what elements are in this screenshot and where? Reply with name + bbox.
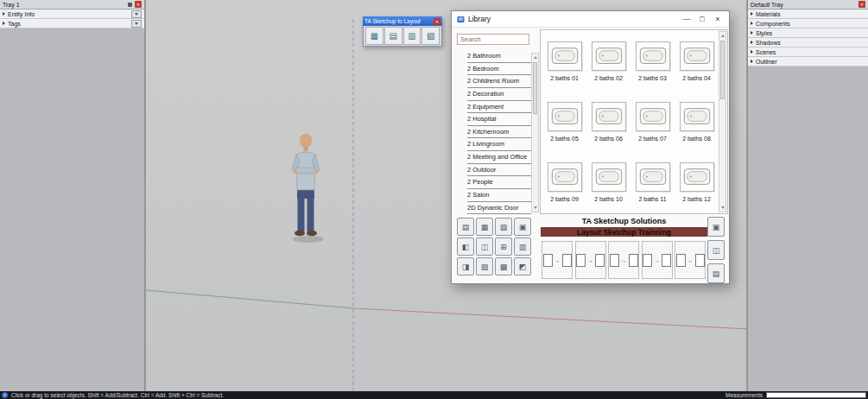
category-item[interactable]: 2 Kitchenroom: [467, 126, 531, 139]
category-item[interactable]: 2 Hospital: [467, 113, 531, 126]
product-item[interactable]: 2 baths 05: [542, 96, 586, 156]
send-to-layout-button[interactable]: →: [608, 241, 639, 279]
bathtub-thumbnail[interactable]: [680, 102, 714, 131]
toolbar-titlebar[interactable]: TA Sketchup to Layout ×: [363, 16, 442, 26]
measurements-input[interactable]: [766, 392, 866, 398]
scroll-down-icon[interactable]: [532, 204, 538, 212]
product-item[interactable]: 2 baths 07: [630, 96, 675, 156]
category-item[interactable]: 2 Salon: [467, 189, 531, 202]
bathtub-thumbnail[interactable]: [592, 102, 626, 131]
library-shortcut-button[interactable]: ▧: [495, 218, 512, 236]
tray-panel-row[interactable]: Components: [748, 19, 868, 28]
product-item[interactable]: 2 baths 10: [586, 156, 630, 217]
library-tool-button[interactable]: ▤: [707, 263, 725, 283]
minimize-button[interactable]: —: [681, 15, 693, 23]
tray-panel-row[interactable]: Outliner: [748, 57, 868, 66]
library-shortcut-button[interactable]: ▥: [514, 238, 531, 256]
expand-arrow-icon[interactable]: [3, 22, 5, 25]
bathtub-thumbnail[interactable]: [680, 162, 714, 192]
bathtub-thumbnail[interactable]: [636, 162, 670, 192]
expand-arrow-icon[interactable]: [751, 41, 753, 44]
send-to-layout-button[interactable]: →: [542, 241, 573, 279]
close-icon[interactable]: ×: [858, 1, 865, 8]
send-to-layout-button[interactable]: →: [675, 241, 706, 279]
library-shortcut-button[interactable]: ◩: [514, 257, 531, 276]
scroll-down-icon[interactable]: [719, 204, 725, 212]
library-shortcut-button[interactable]: ▨: [476, 257, 493, 276]
category-scrollbar[interactable]: [531, 53, 539, 212]
category-item[interactable]: 2 Meeting and Office: [467, 151, 531, 164]
send-to-layout-button[interactable]: →: [642, 241, 673, 279]
bathtub-thumbnail[interactable]: [680, 41, 714, 71]
layout-export-tool-button[interactable]: ▥: [403, 27, 421, 45]
bathtub-thumbnail[interactable]: [592, 162, 626, 192]
scroll-up-icon[interactable]: [532, 54, 538, 61]
library-tool-button[interactable]: ▣: [707, 217, 725, 237]
bathtub-thumbnail[interactable]: [548, 41, 582, 71]
product-item[interactable]: 2 baths 11: [630, 156, 675, 217]
default-tray-header[interactable]: Default Tray ×: [748, 0, 868, 10]
send-to-layout-button[interactable]: →: [575, 241, 606, 279]
category-item[interactable]: 2 Equipment: [467, 101, 531, 114]
library-tool-button[interactable]: ◫: [707, 240, 725, 260]
layout-export-tool-button[interactable]: ▦: [365, 27, 383, 45]
grid-scrollbar[interactable]: [719, 31, 726, 212]
close-icon[interactable]: ×: [434, 18, 440, 25]
help-icon[interactable]: ?: [2, 392, 8, 398]
product-item[interactable]: 2 baths 06: [586, 96, 630, 156]
search-input[interactable]: [457, 34, 529, 45]
product-item[interactable]: 2 baths 04: [675, 35, 719, 96]
category-item[interactable]: 2 Childrens Room: [467, 75, 531, 88]
layout-export-tool-button[interactable]: ▤: [384, 27, 402, 45]
category-item[interactable]: 2 Decoration: [467, 88, 531, 101]
expand-arrow-icon[interactable]: [3, 12, 5, 16]
bathtub-thumbnail[interactable]: [548, 162, 582, 192]
category-item[interactable]: 2 Livingroom: [467, 138, 531, 151]
library-shortcut-button[interactable]: ◨: [457, 257, 474, 276]
category-item[interactable]: 2D Dynamic Door: [467, 202, 531, 215]
expand-arrow-icon[interactable]: [751, 60, 753, 63]
expand-arrow-icon[interactable]: [751, 22, 753, 25]
layout-export-tool-button[interactable]: ▧: [421, 27, 440, 45]
category-item[interactable]: 2 Outdoor: [467, 164, 531, 177]
scrollbar-thumb[interactable]: [533, 62, 537, 114]
expand-arrow-icon[interactable]: [751, 12, 753, 16]
close-button[interactable]: ×: [712, 15, 724, 23]
scrollbar-thumb[interactable]: [720, 41, 725, 99]
tray-panel-row[interactable]: Tags: [0, 19, 144, 28]
product-item[interactable]: 2 baths 09: [542, 156, 586, 217]
tray-panel-row[interactable]: Materials: [748, 10, 868, 19]
tray-panel-row[interactable]: Styles: [748, 28, 868, 38]
pin-icon[interactable]: [128, 3, 132, 7]
tray-panel-row[interactable]: Entity Info: [0, 10, 144, 19]
category-item[interactable]: 2 Bedroom: [467, 63, 531, 76]
product-item[interactable]: 2 baths 03: [630, 35, 675, 96]
library-shortcut-button[interactable]: ◧: [457, 238, 474, 256]
library-shortcut-button[interactable]: ▩: [495, 257, 512, 276]
expand-arrow-icon[interactable]: [751, 31, 753, 35]
panel-menu-button[interactable]: [131, 20, 142, 28]
tray-panel-row[interactable]: Scenes: [748, 48, 868, 57]
product-item[interactable]: 2 baths 02: [586, 35, 630, 96]
scroll-up-icon[interactable]: [719, 32, 725, 40]
left-tray-header[interactable]: Tray 1 ×: [0, 0, 144, 10]
bathtub-thumbnail[interactable]: [636, 102, 670, 131]
bathtub-thumbnail[interactable]: [592, 41, 626, 71]
expand-arrow-icon[interactable]: [751, 50, 753, 54]
library-titlebar[interactable]: Library — □ ×: [452, 11, 729, 28]
category-item[interactable]: 2 Bathroom: [467, 50, 531, 63]
product-item[interactable]: 2 baths 12: [675, 156, 719, 217]
product-item[interactable]: 2 baths 08: [675, 96, 719, 156]
maximize-button[interactable]: □: [696, 15, 708, 23]
library-shortcut-button[interactable]: ⊞: [495, 238, 512, 256]
library-shortcut-button[interactable]: ◫: [476, 238, 493, 256]
product-item[interactable]: 2 baths 01: [542, 35, 586, 96]
library-shortcut-button[interactable]: ▤: [457, 218, 474, 236]
scale-figure-person[interactable]: [284, 130, 333, 245]
panel-menu-button[interactable]: [131, 10, 142, 18]
library-shortcut-button[interactable]: ▣: [514, 218, 531, 236]
category-item[interactable]: 2 People: [467, 176, 531, 189]
tray-panel-row[interactable]: Shadows: [748, 38, 868, 48]
library-shortcut-button[interactable]: ▦: [476, 218, 493, 236]
bathtub-thumbnail[interactable]: [636, 41, 670, 71]
